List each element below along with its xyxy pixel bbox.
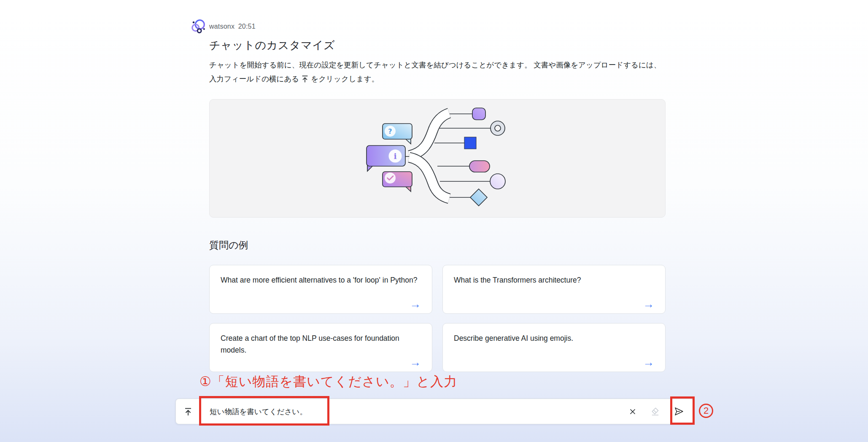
- tutorial-step2-annotation: 2: [699, 404, 713, 418]
- close-icon: [629, 408, 636, 415]
- watsonx-chat-screen: watsonx 20:51 チャットのカスタマイズ チャットを開始する前に、現在…: [0, 0, 868, 442]
- svg-text:?: ?: [388, 127, 392, 135]
- example-question-cards: What are more efficient alternatives to …: [209, 265, 666, 372]
- example-card-for-loop[interactable]: What are more efficient alternatives to …: [209, 265, 432, 314]
- eraser-icon: [650, 407, 660, 416]
- message-title: チャットのカスタマイズ: [209, 38, 335, 53]
- body-text-before: チャットを開始する前に、現在の設定を更新してチャットと文書を結びつけることができ…: [209, 61, 661, 83]
- erase-chat-button[interactable]: [643, 399, 666, 424]
- message-body: チャットを開始する前に、現在の設定を更新してチャットと文書を結びつけることができ…: [209, 58, 664, 86]
- illustration-panel: ? i: [209, 99, 666, 218]
- upload-icon: [183, 407, 193, 416]
- example-card-text: What is the Transformers architecture?: [454, 274, 654, 286]
- chat-composer-bar: [175, 399, 694, 424]
- example-card-emojis[interactable]: Describe generative AI using emojis. →: [442, 323, 666, 372]
- watsonx-avatar-icon: [190, 19, 206, 35]
- message-meta: watsonx 20:51: [209, 23, 257, 30]
- send-button[interactable]: [666, 399, 691, 424]
- sender-name: watsonx: [209, 23, 235, 30]
- chat-input[interactable]: [200, 399, 623, 424]
- tutorial-step1-annotation: ①「短い物語を書いてください。」と入力: [199, 373, 457, 391]
- example-card-text: Describe generative AI using emojis.: [454, 332, 654, 344]
- example-card-transformers[interactable]: What is the Transformers architecture? →: [442, 265, 666, 314]
- example-card-text: What are more efficient alternatives to …: [221, 274, 421, 286]
- clear-input-button[interactable]: [623, 399, 643, 424]
- upload-button[interactable]: [176, 399, 200, 424]
- example-card-nlp-chart[interactable]: Create a chart of the top NLP use-cases …: [209, 323, 432, 372]
- message-timestamp: 20:51: [238, 23, 256, 30]
- examples-heading: 質問の例: [209, 239, 248, 252]
- arrow-right-icon: →: [643, 357, 654, 368]
- example-card-text: Create a chart of the top NLP use-cases …: [221, 332, 421, 356]
- svg-text:i: i: [394, 151, 396, 161]
- branching-illustration: ? i: [366, 105, 509, 212]
- body-text-after: をクリックします。: [311, 75, 379, 83]
- upload-icon-inline: [299, 75, 311, 83]
- arrow-right-icon: →: [410, 299, 421, 310]
- send-icon: [674, 406, 684, 417]
- arrow-right-icon: →: [410, 357, 421, 368]
- arrow-right-icon: →: [643, 299, 654, 310]
